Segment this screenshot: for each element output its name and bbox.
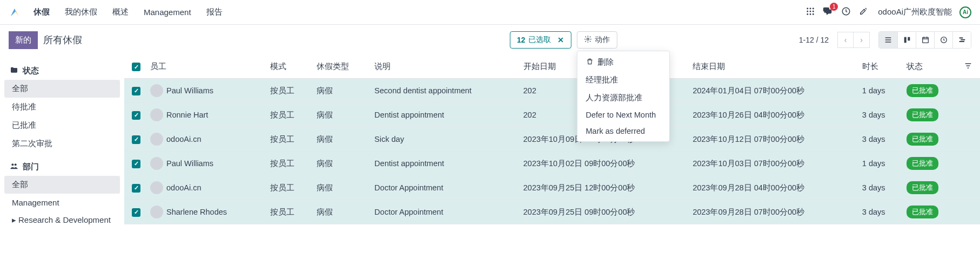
svg-point-2 bbox=[813, 8, 814, 9]
col-duration[interactable]: 时长 bbox=[858, 55, 903, 79]
action-manager-approve[interactable]: 经理批准 bbox=[577, 71, 669, 89]
action-label: 动作 bbox=[595, 35, 610, 45]
cell-type: 病假 bbox=[312, 152, 370, 176]
col-status[interactable]: 状态 bbox=[902, 55, 959, 79]
svg-point-0 bbox=[807, 8, 808, 9]
cell-start: 2023年09月25日 12时00分00秒 bbox=[519, 176, 689, 200]
svg-rect-15 bbox=[959, 37, 963, 38]
clear-selection-icon[interactable]: ✕ bbox=[558, 36, 564, 44]
table-row[interactable]: odooAi.cn按员工病假Doctor Appointment2023年09月… bbox=[124, 176, 980, 200]
sidebar-item-all-dept[interactable]: 全部 bbox=[4, 176, 120, 194]
avatar bbox=[150, 206, 163, 218]
view-list-icon[interactable] bbox=[879, 32, 897, 48]
svg-point-5 bbox=[813, 11, 814, 12]
nav-item-management[interactable]: Management bbox=[136, 8, 199, 17]
cell-end: 2023年09月28日 04时00分00秒 bbox=[688, 176, 858, 200]
chevron-right-icon: ▸ bbox=[12, 215, 16, 224]
topnav-right: 1 odooAi广州欧度智能 Ai bbox=[806, 6, 971, 18]
grid-icon[interactable] bbox=[806, 6, 815, 18]
pager-next-icon[interactable]: › bbox=[854, 32, 870, 48]
view-activity-icon[interactable] bbox=[934, 32, 952, 48]
employee-name: Paul Williams bbox=[166, 159, 213, 168]
new-button[interactable]: 新的 bbox=[9, 31, 38, 49]
cell-end: 2023年10月26日 04时00分00秒 bbox=[688, 103, 858, 127]
sidebar-item-rnd[interactable]: ▸Research & Development bbox=[4, 211, 120, 229]
row-checkbox[interactable] bbox=[132, 87, 140, 95]
row-checkbox[interactable] bbox=[132, 208, 140, 217]
sidebar-item-all-status[interactable]: 全部 bbox=[4, 80, 120, 98]
row-checkbox[interactable] bbox=[132, 184, 140, 193]
cell-mode: 按员工 bbox=[266, 200, 312, 224]
table-row[interactable]: Paul Williams按员工病假Dentist appointment202… bbox=[124, 152, 980, 176]
table-row[interactable]: odooAi.cn按员工病假Sick day2023年10月09日 09时00分… bbox=[124, 127, 980, 152]
table-row[interactable]: Sharlene Rhodes按员工病假Doctor Appointment20… bbox=[124, 200, 980, 224]
selection-count: 12 bbox=[517, 36, 526, 44]
col-mode[interactable]: 模式 bbox=[266, 55, 312, 79]
avatar bbox=[150, 108, 163, 121]
messages-icon[interactable]: 1 bbox=[823, 6, 834, 18]
pager-view-controls: 1-12 / 12 ‹ › bbox=[799, 31, 971, 49]
table-row[interactable]: Paul Williams按员工病假Second dentist appoint… bbox=[124, 79, 980, 103]
notif-badge: 1 bbox=[830, 3, 838, 11]
selection-indicator[interactable]: 12 已选取 ✕ bbox=[510, 31, 572, 49]
sidebar-item-pending[interactable]: 待批准 bbox=[4, 98, 120, 116]
col-type[interactable]: 休假类型 bbox=[312, 55, 370, 79]
col-employee[interactable]: 员工 bbox=[146, 55, 266, 79]
action-defer-next-month[interactable]: Defer to Next Month bbox=[577, 107, 669, 123]
svg-point-7 bbox=[810, 14, 811, 15]
cell-end: 2024年01月04日 07时00分00秒 bbox=[688, 79, 858, 103]
cell-desc: Dentist appointment bbox=[370, 152, 519, 176]
cell-type: 病假 bbox=[312, 176, 370, 200]
col-end[interactable]: 结束日期 bbox=[688, 55, 858, 79]
svg-rect-11 bbox=[904, 37, 906, 43]
app-logo-icon bbox=[9, 6, 21, 18]
cell-desc: Sick day bbox=[370, 127, 519, 152]
row-checkbox[interactable] bbox=[132, 111, 140, 120]
action-hr-approve[interactable]: 人力资源部批准 bbox=[577, 89, 669, 107]
sidebar-item-management[interactable]: Management bbox=[4, 194, 120, 211]
cell-type: 病假 bbox=[312, 127, 370, 152]
leave-table: 员工 模式 休假类型 说明 开始日期 结束日期 时长 状态 Paul Willi… bbox=[124, 55, 980, 224]
trash-icon bbox=[586, 58, 593, 67]
select-all-checkbox[interactable] bbox=[132, 63, 140, 71]
action-dropdown: 删除 经理批准 人力资源部批准 Defer to Next Month Mark… bbox=[576, 51, 669, 142]
row-checkbox[interactable] bbox=[132, 160, 140, 168]
pager-text[interactable]: 1-12 / 12 bbox=[799, 36, 829, 44]
view-gantt-icon[interactable] bbox=[952, 32, 971, 48]
pager-prev-icon[interactable]: ‹ bbox=[837, 32, 854, 48]
employee-name: Ronnie Hart bbox=[166, 111, 208, 119]
nav-item-overview[interactable]: 概述 bbox=[105, 7, 136, 17]
filter-icon[interactable] bbox=[964, 63, 972, 72]
cell-start: 2023年09月25日 09时00分00秒 bbox=[519, 200, 689, 224]
sidebar-item-second-approval[interactable]: 第二次审批 bbox=[4, 135, 120, 153]
view-kanban-icon[interactable] bbox=[897, 32, 916, 48]
employee-name: odooAi.cn bbox=[166, 183, 202, 192]
sidebar-item-approved[interactable]: 已批准 bbox=[4, 117, 120, 134]
action-mark-deferred[interactable]: Mark as deferred bbox=[577, 123, 669, 139]
nav-item-my-leave[interactable]: 我的休假 bbox=[57, 7, 105, 17]
table-row[interactable]: Ronnie Hart按员工病假Dentist appointment20220… bbox=[124, 103, 980, 127]
action-menu-button[interactable]: 动作 bbox=[576, 31, 617, 49]
selection-label: 已选取 bbox=[528, 35, 551, 45]
nav-item-leave[interactable]: 休假 bbox=[26, 7, 57, 17]
nav-item-report[interactable]: 报告 bbox=[199, 7, 230, 17]
gear-icon bbox=[583, 35, 592, 45]
svg-point-18 bbox=[11, 163, 14, 166]
col-desc[interactable]: 说明 bbox=[370, 55, 519, 79]
clock-icon[interactable] bbox=[841, 6, 851, 18]
folder-icon bbox=[10, 66, 18, 76]
employee-name: Paul Williams bbox=[166, 86, 213, 95]
sidebar: 状态 全部 待批准 已批准 第二次审批 部门 全部 Management ▸Re… bbox=[0, 55, 124, 237]
view-calendar-icon[interactable] bbox=[916, 32, 934, 48]
cell-end: 2023年10月03日 07时00分00秒 bbox=[688, 152, 858, 176]
cell-mode: 按员工 bbox=[266, 152, 312, 176]
avatar bbox=[150, 133, 163, 146]
content-area: 员工 模式 休假类型 说明 开始日期 结束日期 时长 状态 Paul Willi… bbox=[124, 55, 980, 237]
cell-duration: 3 days bbox=[858, 103, 903, 127]
user-name[interactable]: odooAi广州欧度智能 bbox=[878, 7, 952, 17]
status-badge: 已批准 bbox=[907, 108, 938, 121]
action-delete[interactable]: 删除 bbox=[577, 53, 669, 71]
row-checkbox[interactable] bbox=[132, 135, 140, 144]
tools-icon[interactable] bbox=[858, 6, 868, 18]
cell-duration: 3 days bbox=[858, 200, 903, 224]
